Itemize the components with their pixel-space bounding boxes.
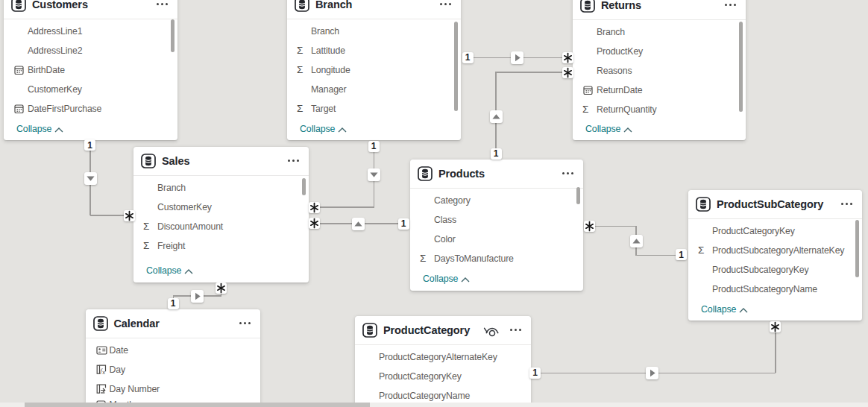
svg-text:x: x (102, 369, 105, 375)
